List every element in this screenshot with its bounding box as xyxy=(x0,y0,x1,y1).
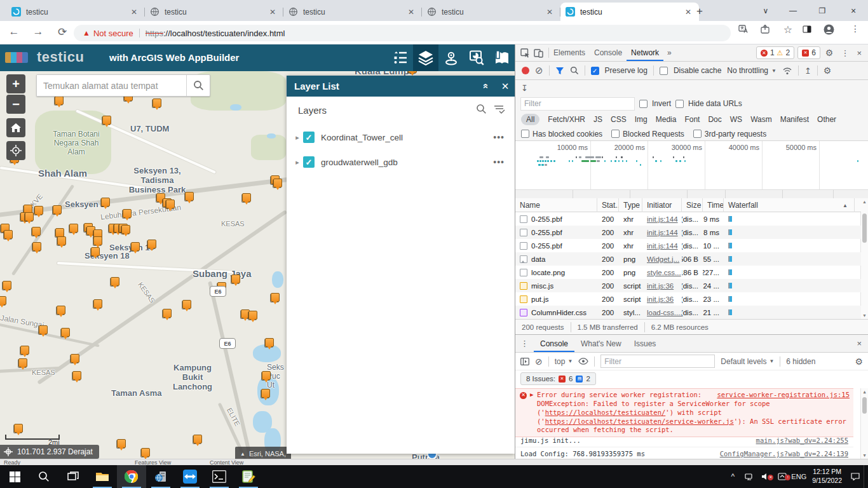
tray-chevron-icon[interactable]: ^ xyxy=(724,472,741,481)
layer-expand-icon[interactable]: ▸ xyxy=(293,158,302,166)
device-toolbar-icon[interactable] xyxy=(534,48,543,58)
map-point-marker[interactable] xyxy=(117,439,126,448)
devtools-settings-icon[interactable]: ⚙ xyxy=(820,48,839,58)
map-point-marker[interactable] xyxy=(69,224,78,233)
window-minimize-button[interactable]: — xyxy=(783,0,803,21)
map-point-marker[interactable] xyxy=(32,227,41,236)
layer-menu-icon[interactable]: ••• xyxy=(493,157,505,167)
back-icon[interactable]: ← xyxy=(6,25,22,38)
type-filter-manifest[interactable]: Manifest xyxy=(780,115,809,124)
map-point-marker[interactable] xyxy=(261,389,270,398)
map-point-marker[interactable] xyxy=(20,346,29,355)
console-context-select[interactable]: top▼ xyxy=(555,357,573,366)
taskbar-notepadpp-button[interactable] xyxy=(234,465,263,488)
map-point-marker[interactable] xyxy=(242,193,251,202)
map-point-marker[interactable] xyxy=(32,242,41,251)
map-point-marker[interactable] xyxy=(265,338,274,347)
type-filter-font[interactable]: Font xyxy=(684,115,700,124)
show-desktop-button[interactable] xyxy=(864,465,868,488)
invert-checkbox[interactable] xyxy=(639,100,648,108)
network-conditions-icon[interactable] xyxy=(782,67,792,75)
network-settings-icon[interactable]: ⚙ xyxy=(824,65,832,76)
panel-collapse-icon[interactable]: « xyxy=(481,77,492,96)
map-point-marker[interactable] xyxy=(141,448,150,457)
browser-tab-2[interactable]: testicu✕ xyxy=(145,3,283,21)
import-har-icon[interactable]: ↥ xyxy=(804,66,811,76)
inspect-element-icon[interactable] xyxy=(520,48,530,58)
network-request-row[interactable]: misc.js200scriptinit.js:36(dis...24 ... xyxy=(515,279,861,292)
type-filter-media[interactable]: Media xyxy=(656,115,677,124)
console-error-message[interactable]: ✕▶service-worker-registration.js:15Error… xyxy=(515,388,853,437)
map-point-marker[interactable] xyxy=(57,306,65,315)
column-header-size[interactable]: Size xyxy=(682,198,703,212)
forward-icon[interactable]: → xyxy=(31,25,46,38)
checkbox-icon[interactable] xyxy=(611,130,620,138)
legend-widget-button[interactable] xyxy=(388,44,413,71)
tray-language[interactable]: ENG xyxy=(790,473,807,480)
network-request-row[interactable]: data200pngWidget.j...506 B55 ... xyxy=(515,252,861,266)
record-network-log-icon[interactable] xyxy=(522,67,529,74)
map-point-marker[interactable] xyxy=(4,230,13,239)
map-point-marker[interactable] xyxy=(248,311,257,320)
tray-alert-icon[interactable]: ! xyxy=(774,473,790,480)
browser-tab-5[interactable]: testicu✕ xyxy=(560,3,699,21)
devtools-tab-elements[interactable]: Elements xyxy=(549,44,590,61)
layer-search-icon[interactable] xyxy=(476,104,487,114)
initiator-link[interactable]: init.js:144 xyxy=(647,215,678,223)
console-settings-icon[interactable]: ⚙ xyxy=(855,356,863,367)
error-warning-badges[interactable]: ✕ 1 ⚠ 2 xyxy=(756,46,794,59)
profile-avatar[interactable] xyxy=(824,24,839,35)
map-point-marker[interactable] xyxy=(147,240,156,248)
map-point-marker[interactable] xyxy=(55,228,64,237)
source-link[interactable]: main.js?wab_dv=2.24:255 xyxy=(756,437,848,444)
new-tab-button[interactable]: + xyxy=(696,5,703,18)
tab-close-icon[interactable]: ✕ xyxy=(544,8,555,17)
my-location-button[interactable] xyxy=(6,141,25,160)
throttling-select[interactable]: No throttling ▼ xyxy=(727,66,776,75)
console-filter-input[interactable] xyxy=(600,355,715,368)
drawer-tab-whatsnew[interactable]: What's New xyxy=(574,335,628,352)
column-header-type[interactable]: Type xyxy=(619,198,642,212)
expand-triangle-icon[interactable]: ▶ xyxy=(530,391,533,399)
console-log-row[interactable]: jimu.js init...main.js?wab_dv=2.24:255 xyxy=(515,434,853,447)
type-filter-img[interactable]: Img xyxy=(635,115,648,124)
column-header-time[interactable]: Time xyxy=(703,198,724,212)
map-point-marker[interactable] xyxy=(131,242,140,251)
source-link[interactable]: service-worker-registration.js:15 xyxy=(717,391,850,400)
map-point-marker[interactable] xyxy=(72,371,81,380)
zoom-out-button[interactable]: − xyxy=(6,95,25,114)
map-point-marker[interactable] xyxy=(18,358,27,367)
layer-row[interactable]: ▸✓Koordinat_Tower_cell••• xyxy=(287,128,515,147)
network-request-row[interactable]: 0-255.pbf200xhrinit.js:144(dis...9 ms xyxy=(515,212,861,226)
map-point-marker[interactable] xyxy=(273,179,282,187)
tray-volume-muted-icon[interactable]: ✕ xyxy=(757,473,774,480)
network-request-row[interactable]: 0-255.pbf200xhrinit.js:144(dis...10 ... xyxy=(515,239,861,252)
column-header-initiator[interactable]: Initiator xyxy=(642,198,682,212)
drawer-tab-issues[interactable]: Issues xyxy=(628,335,663,352)
column-header-stat[interactable]: Stat.. xyxy=(597,198,619,212)
checkbox-icon[interactable] xyxy=(693,130,702,138)
layer-menu-icon[interactable]: ••• xyxy=(493,132,505,142)
filter-checkbox-item[interactable]: Blocked Requests xyxy=(611,130,684,139)
clear-network-icon[interactable]: ⊘ xyxy=(535,65,543,76)
browser-tab-3[interactable]: testicu✕ xyxy=(283,3,422,21)
taskbar-chrome-button[interactable] xyxy=(117,465,146,488)
map-point-marker[interactable] xyxy=(166,200,175,208)
column-header-waterfall[interactable]: Waterfall▲ xyxy=(724,198,855,212)
type-filter-css[interactable]: CSS xyxy=(611,115,627,124)
tab-close-icon[interactable]: ✕ xyxy=(128,8,140,17)
tab-close-icon[interactable]: ✕ xyxy=(405,8,417,17)
network-request-row[interactable]: put.js200scriptinit.js:36(dis...23 ... xyxy=(515,292,861,306)
drawer-tab-console[interactable]: Console xyxy=(534,335,574,352)
export-har-icon[interactable]: ↧ xyxy=(521,83,528,93)
query-widget-button[interactable] xyxy=(464,44,489,71)
network-filter-input[interactable] xyxy=(520,97,635,111)
map-point-marker[interactable] xyxy=(193,435,202,444)
bookmark-widget-button[interactable] xyxy=(489,44,515,71)
devtools-menu-icon[interactable]: ⋮ xyxy=(838,48,851,58)
drawer-menu-icon[interactable]: ⋮ xyxy=(515,339,534,348)
map-point-marker[interactable] xyxy=(185,192,194,201)
layer-visibility-checkbox[interactable]: ✓ xyxy=(303,156,315,168)
type-filter-ws[interactable]: WS xyxy=(730,115,742,124)
map-point-marker[interactable] xyxy=(61,328,70,337)
